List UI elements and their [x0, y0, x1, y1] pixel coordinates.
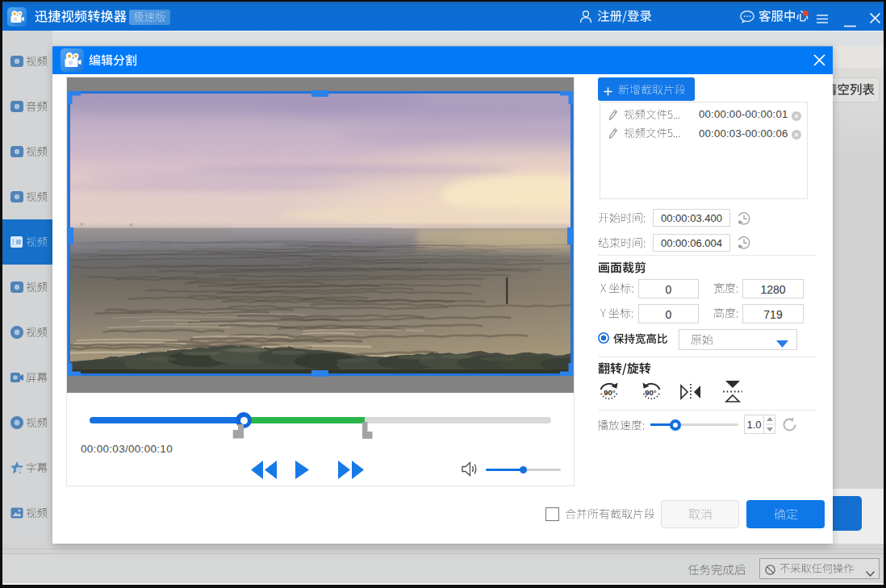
svg-text:90°: 90° — [604, 388, 616, 397]
svg-text:90°: 90° — [645, 388, 657, 397]
